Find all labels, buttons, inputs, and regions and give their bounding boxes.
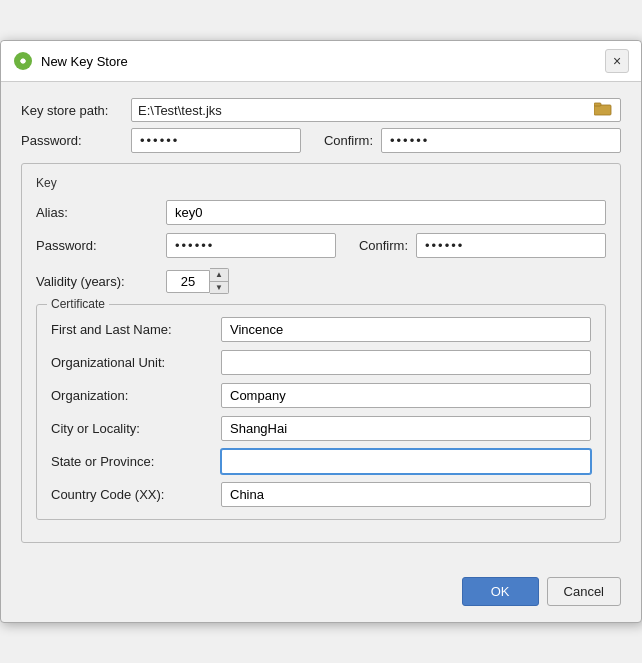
validity-row: Validity (years): ▲ ▼: [36, 268, 606, 294]
validity-input[interactable]: [166, 270, 210, 293]
cert-label-0: First and Last Name:: [51, 322, 221, 337]
title-bar: New Key Store ×: [1, 41, 641, 82]
cancel-button[interactable]: Cancel: [547, 577, 621, 606]
app-icon: [13, 51, 33, 71]
cert-row-5: Country Code (XX):: [51, 482, 591, 507]
key-confirm-label: Confirm:: [336, 238, 416, 253]
top-confirm-input[interactable]: [381, 128, 621, 153]
cert-input-2[interactable]: [221, 383, 591, 408]
spinner-up-button[interactable]: ▲: [210, 269, 228, 281]
certificate-group: Certificate First and Last Name: Organiz…: [36, 304, 606, 520]
cert-label-1: Organizational Unit:: [51, 355, 221, 370]
cert-input-0[interactable]: [221, 317, 591, 342]
cert-input-1[interactable]: [221, 350, 591, 375]
close-button[interactable]: ×: [605, 49, 629, 73]
svg-rect-2: [594, 105, 611, 115]
key-password-input[interactable]: [166, 233, 336, 258]
key-password-row: Password: Confirm:: [36, 233, 606, 258]
top-confirm-label: Confirm:: [301, 133, 381, 148]
keystore-path-input-wrap: [131, 98, 621, 122]
alias-label: Alias:: [36, 205, 166, 220]
cert-row-1: Organizational Unit:: [51, 350, 591, 375]
spinner-down-button[interactable]: ▼: [210, 281, 228, 293]
dialog-title: New Key Store: [41, 54, 128, 69]
dialog-content: Key store path: Password: Confirm: Key: [1, 82, 641, 569]
validity-label: Validity (years):: [36, 274, 166, 289]
top-password-input[interactable]: [131, 128, 301, 153]
cert-input-3[interactable]: [221, 416, 591, 441]
new-key-store-dialog: New Key Store × Key store path: Password…: [0, 40, 642, 623]
cert-label-4: State or Province:: [51, 454, 221, 469]
top-password-row: Password: Confirm:: [21, 128, 621, 153]
key-group: Key Alias: Password: Confirm: Validity (…: [21, 163, 621, 543]
svg-point-1: [21, 59, 26, 64]
cert-row-4: State or Province:: [51, 449, 591, 474]
dialog-buttons: OK Cancel: [1, 569, 641, 622]
ok-button[interactable]: OK: [462, 577, 539, 606]
folder-icon[interactable]: [594, 102, 614, 118]
alias-input[interactable]: [166, 200, 606, 225]
keystore-path-row: Key store path:: [21, 98, 621, 122]
cert-label-2: Organization:: [51, 388, 221, 403]
cert-label-3: City or Locality:: [51, 421, 221, 436]
top-password-label: Password:: [21, 133, 131, 148]
svg-rect-3: [594, 103, 601, 106]
certificate-legend: Certificate: [47, 297, 109, 311]
cert-input-4[interactable]: [221, 449, 591, 474]
key-confirm-input[interactable]: [416, 233, 606, 258]
validity-spinner: ▲ ▼: [166, 268, 229, 294]
cert-row-2: Organization:: [51, 383, 591, 408]
keystore-path-label: Key store path:: [21, 103, 131, 118]
cert-row-0: First and Last Name:: [51, 317, 591, 342]
spinner-buttons: ▲ ▼: [210, 268, 229, 294]
key-password-label: Password:: [36, 238, 166, 253]
cert-input-5[interactable]: [221, 482, 591, 507]
cert-row-3: City or Locality:: [51, 416, 591, 441]
cert-label-5: Country Code (XX):: [51, 487, 221, 502]
title-bar-left: New Key Store: [13, 51, 128, 71]
keystore-path-input[interactable]: [138, 103, 594, 118]
key-section-title: Key: [36, 176, 606, 190]
alias-row: Alias:: [36, 200, 606, 225]
